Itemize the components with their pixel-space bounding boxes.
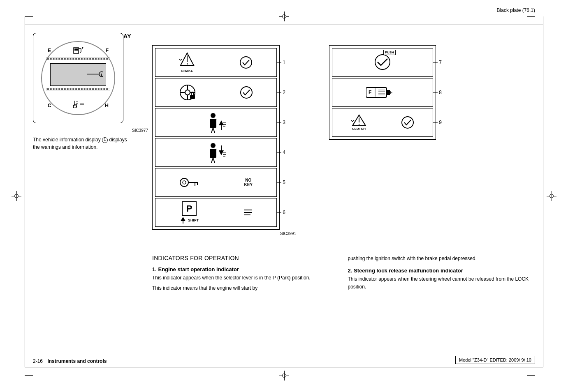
- svg-line-4: [80, 52, 81, 53]
- indicator-row-1: BRAKE — 1: [155, 48, 277, 77]
- p-shift-group: P SHIFT: [180, 201, 199, 224]
- svg-rect-37: [58, 88, 60, 90]
- svg-text:F: F: [369, 90, 371, 95]
- caption-text: The vehicle information display 1 displa…: [33, 136, 128, 151]
- shift-row: SHIFT: [180, 217, 199, 224]
- svg-rect-48: [89, 88, 91, 90]
- no-key-label: NO KEY: [244, 178, 253, 187]
- svg-line-65: [179, 59, 181, 60]
- svg-point-76: [211, 113, 216, 118]
- brake-icon-group: BRAKE: [179, 52, 195, 73]
- crosshair-bottom: [279, 371, 289, 380]
- tick-bl-h: [25, 375, 33, 376]
- tick-br-v: [543, 359, 543, 367]
- f-label: F: [106, 48, 109, 53]
- e-label: E: [48, 48, 51, 53]
- svg-rect-44: [78, 88, 80, 90]
- svg-point-69: [185, 90, 190, 95]
- svg-rect-38: [61, 88, 63, 90]
- main-content: VEHICLE INFORMATION DISPLAY E F: [33, 33, 535, 359]
- row5-icons: NO KEY: [155, 173, 276, 192]
- crosshair-left: [12, 191, 21, 201]
- footer-model: Model "Z34-D" EDITED: 2009/ 9/ 10: [455, 356, 535, 364]
- svg-rect-43: [75, 88, 77, 90]
- svg-rect-16: [72, 58, 74, 60]
- right-panel: PUSH — 7 F: [329, 45, 444, 140]
- item1-text2: This indicator means that the engine wil…: [152, 284, 336, 292]
- svg-rect-8: [50, 58, 52, 60]
- temp-icon: [72, 100, 84, 109]
- num-5: — 5: [276, 180, 285, 185]
- svg-line-119: [352, 120, 354, 122]
- bottom-section: INDICATORS FOR OPERATION 1. Engine start…: [152, 255, 531, 292]
- border-top: [25, 25, 543, 25]
- footer-section: 2-16 Instruments and controls: [33, 358, 107, 364]
- row2-icons: [155, 82, 276, 103]
- num-7: — 7: [433, 60, 442, 65]
- svg-rect-14: [67, 58, 69, 60]
- brake-label: BRAKE: [181, 69, 193, 73]
- item2-heading: 2. Steering lock release malfunction ind…: [348, 267, 531, 274]
- svg-rect-50: [95, 88, 97, 90]
- circle-check-2: [239, 85, 253, 99]
- circle-1: 1: [102, 137, 108, 143]
- svg-rect-25: [98, 58, 100, 60]
- svg-rect-27: [103, 58, 105, 60]
- bottom-col-left: INDICATORS FOR OPERATION 1. Engine start…: [152, 255, 336, 292]
- svg-marker-5: [82, 47, 83, 49]
- svg-rect-20: [84, 58, 86, 60]
- bottom-cols: INDICATORS FOR OPERATION 1. Engine start…: [152, 255, 531, 292]
- right-row-7: PUSH — 7: [332, 48, 433, 77]
- crosshair-top: [279, 12, 289, 21]
- svg-rect-1: [74, 48, 78, 51]
- svg-point-67: [240, 57, 252, 68]
- row9-icons: CLUTCH: [332, 113, 433, 132]
- right-row-9: CLUTCH — 9: [332, 108, 433, 137]
- clutch-label: CLUTCH: [352, 127, 366, 131]
- item1-continued: pushing the ignition switch with the bra…: [348, 255, 531, 263]
- num-2: — 2: [276, 90, 285, 95]
- svg-rect-11: [58, 58, 60, 60]
- svg-rect-33: [47, 88, 49, 90]
- indicator-row-5: NO KEY — 5: [155, 168, 277, 197]
- svg-rect-46: [84, 88, 86, 90]
- tick-tl-h: [25, 16, 33, 17]
- svg-rect-52: [101, 88, 102, 90]
- svg-rect-39: [64, 88, 66, 90]
- svg-rect-49: [92, 88, 94, 90]
- footer: 2-16 Instruments and controls Model "Z34…: [33, 356, 535, 364]
- bottom-col-right: pushing the ignition switch with the bra…: [348, 255, 531, 292]
- svg-rect-13: [64, 58, 66, 60]
- fuel-pump-area: [72, 46, 84, 56]
- svg-rect-10: [56, 58, 57, 60]
- svg-rect-36: [56, 88, 57, 90]
- item1-heading: 1. Engine start operation indicator: [152, 266, 336, 272]
- svg-rect-47: [86, 88, 88, 90]
- indicators-title: INDICATORS FOR OPERATION: [152, 255, 336, 261]
- h-label: H: [105, 103, 109, 108]
- border-left: [25, 25, 25, 367]
- indicators-box: BRAKE — 1: [152, 45, 280, 230]
- svg-point-120: [402, 117, 413, 128]
- tick-tr-v: [543, 16, 543, 25]
- tick-tr-h: [527, 16, 535, 17]
- svg-line-78: [211, 128, 213, 133]
- svg-rect-34: [50, 88, 52, 90]
- indicator-row-3: — 3: [155, 108, 277, 137]
- gauge-diagram: E F: [33, 33, 123, 123]
- svg-rect-15: [70, 58, 72, 60]
- svg-line-90: [213, 158, 215, 163]
- svg-marker-103: [181, 217, 185, 221]
- plate-text: Black plate (76,1): [497, 7, 535, 13]
- svg-rect-7: [47, 58, 49, 60]
- row7-icons: PUSH: [332, 51, 433, 74]
- svg-rect-23: [92, 58, 94, 60]
- svg-rect-51: [98, 88, 100, 90]
- callout-arrow: 1: [87, 70, 103, 79]
- tick-bl-v: [25, 359, 25, 367]
- svg-rect-24: [95, 58, 97, 60]
- dots-top: [46, 58, 110, 60]
- svg-point-102: [183, 181, 186, 184]
- svg-rect-21: [86, 58, 88, 60]
- svg-point-75: [241, 87, 252, 98]
